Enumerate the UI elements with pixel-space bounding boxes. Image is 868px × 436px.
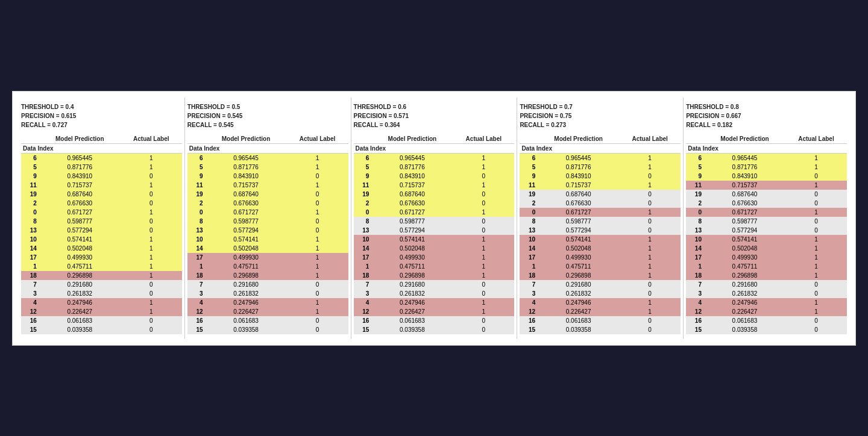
actual-label-value: 0 — [785, 289, 847, 298]
actual-label-value: 0 — [619, 226, 681, 235]
actual-label-value: 0 — [453, 316, 514, 325]
model-prediction-value: 0.291680 — [39, 280, 121, 289]
table-row: 150.0393580 — [187, 325, 348, 334]
table-row: 70.2916800 — [520, 280, 681, 289]
model-prediction-value: 0.965445 — [39, 153, 121, 163]
actual-label-value: 1 — [785, 235, 847, 244]
row-index: 1 — [686, 262, 704, 271]
model-prediction-value: 0.676630 — [206, 199, 287, 208]
row-index: 13 — [520, 226, 538, 235]
model-prediction-value: 0.676630 — [39, 199, 121, 208]
actual-label-value: 0 — [453, 172, 514, 181]
model-prediction-value: 0.499930 — [704, 253, 785, 262]
table-row: 80.5987770 — [354, 217, 515, 226]
actual-label-value: 0 — [619, 289, 681, 298]
row-index: 19 — [354, 190, 372, 199]
table-row: 20.6766300 — [520, 199, 681, 208]
actual-label-value: 1 — [785, 253, 847, 262]
row-index: 11 — [187, 181, 206, 190]
row-index: 10 — [520, 235, 538, 244]
actual-label-value: 1 — [619, 235, 681, 244]
model-prediction-value: 0.502048 — [206, 244, 287, 253]
actual-label-value: 1 — [121, 244, 182, 253]
actual-label-value: 0 — [619, 316, 681, 325]
table-row: 50.8717761 — [187, 163, 348, 172]
row-index: 5 — [686, 163, 704, 172]
actual-label-value: 1 — [121, 208, 182, 217]
actual-label-value: 1 — [121, 262, 182, 271]
row-index: 12 — [187, 307, 206, 316]
row-index: 18 — [354, 271, 372, 280]
model-prediction-value: 0.687640 — [704, 190, 785, 199]
empty-header — [21, 134, 39, 144]
panel-panel-07: THRESHOLD = 0.7PRECISION = 0.75RECALL = … — [517, 98, 684, 339]
actual-label-value: 0 — [619, 190, 681, 199]
table-row: 100.5741411 — [520, 235, 681, 244]
model-prediction-value: 0.843910 — [704, 172, 785, 181]
model-prediction-header: Model Prediction — [39, 134, 121, 144]
model-prediction-value: 0.574141 — [39, 235, 121, 244]
table-row: 60.9654451 — [520, 153, 681, 163]
table-row: 30.2618320 — [686, 289, 847, 298]
actual-label-value: 0 — [785, 316, 847, 325]
table-row: 190.6876400 — [354, 190, 515, 199]
table-row: 60.9654451 — [686, 153, 847, 163]
table-row: 100.5741411 — [354, 235, 515, 244]
actual-label-value: 1 — [121, 163, 182, 172]
actual-label-value: 0 — [287, 316, 348, 325]
table-row: 60.9654451 — [21, 153, 182, 163]
actual-label-value: 1 — [287, 244, 348, 253]
model-prediction-value: 0.226427 — [538, 307, 619, 316]
model-prediction-value: 0.502048 — [39, 244, 121, 253]
row-index: 16 — [686, 316, 704, 325]
actual-label-value: 0 — [287, 289, 348, 298]
model-prediction-value: 0.871776 — [704, 163, 785, 172]
actual-label-value: 0 — [785, 199, 847, 208]
actual-label-value: 1 — [619, 181, 681, 190]
table-row: 130.5772940 — [520, 226, 681, 235]
actual-label-value: 1 — [619, 253, 681, 262]
row-index: 0 — [21, 208, 39, 217]
actual-label-value: 1 — [785, 181, 847, 190]
model-prediction-value: 0.715737 — [704, 181, 785, 190]
actual-label-value: 1 — [287, 181, 348, 190]
actual-label-header: Actual Label — [619, 134, 681, 144]
row-index: 14 — [686, 244, 704, 253]
model-prediction-value: 0.261832 — [371, 289, 453, 298]
actual-label-value: 1 — [121, 271, 182, 280]
row-index: 19 — [21, 190, 39, 199]
row-index: 19 — [686, 190, 704, 199]
main-container: THRESHOLD = 0.4PRECISION = 0.615RECALL =… — [12, 91, 856, 346]
actual-label-value: 1 — [619, 298, 681, 307]
row-index: 9 — [187, 172, 206, 181]
model-prediction-value: 0.598777 — [538, 217, 619, 226]
table-row: 20.6766300 — [187, 199, 348, 208]
model-prediction-value: 0.671727 — [206, 208, 287, 217]
table-row: 120.2264271 — [354, 307, 515, 316]
table-row: 100.5741411 — [187, 235, 348, 244]
panel-panel-08: THRESHOLD = 0.8PRECISION = 0.667RECALL =… — [684, 98, 849, 339]
actual-label-value: 0 — [287, 190, 348, 199]
row-index: 10 — [354, 235, 372, 244]
model-prediction-value: 0.247946 — [39, 298, 121, 307]
row-index: 19 — [187, 190, 206, 199]
precision-label: PRECISION = 0.571 — [354, 113, 409, 119]
model-prediction-value: 0.676630 — [704, 199, 785, 208]
model-prediction-value: 0.475711 — [371, 262, 453, 271]
table-row: 20.6766300 — [354, 199, 515, 208]
threshold-label: THRESHOLD = 0.4 — [21, 104, 74, 110]
table-row: 80.5987770 — [686, 217, 847, 226]
actual-label-value: 0 — [785, 172, 847, 181]
metrics-block: THRESHOLD = 0.5PRECISION = 0.545RECALL =… — [187, 102, 348, 129]
metrics-block: THRESHOLD = 0.6PRECISION = 0.571RECALL =… — [354, 102, 515, 129]
table-row: 10.4757111 — [187, 262, 348, 271]
actual-label-value: 0 — [287, 325, 348, 334]
table-row: 170.4999301 — [21, 253, 182, 262]
table-row: 30.2618320 — [187, 289, 348, 298]
row-index: 14 — [520, 244, 538, 253]
panel-panel-05: THRESHOLD = 0.5PRECISION = 0.545RECALL =… — [185, 98, 351, 339]
panel-panel-04: THRESHOLD = 0.4PRECISION = 0.615RECALL =… — [19, 98, 185, 339]
actual-label-value: 1 — [287, 298, 348, 307]
table-row: 190.6876400 — [686, 190, 847, 199]
table-row: 120.2264271 — [520, 307, 681, 316]
